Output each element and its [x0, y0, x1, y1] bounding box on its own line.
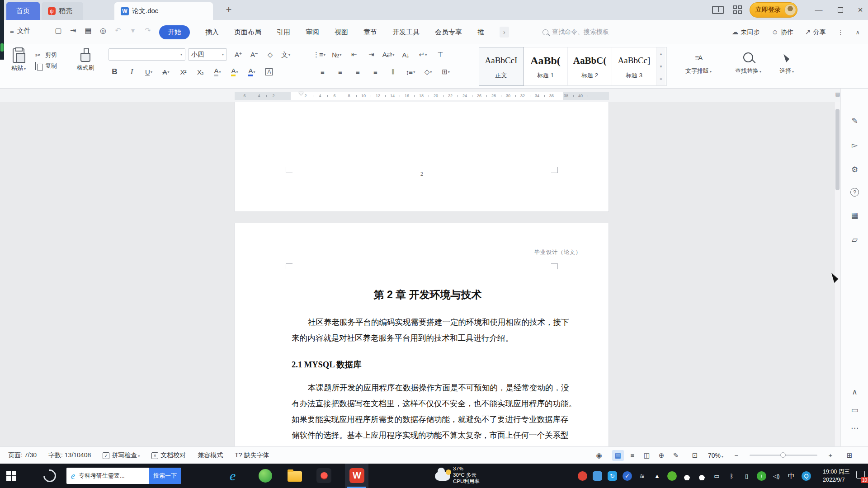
increase-indent-button[interactable]: ⇥: [365, 48, 377, 61]
preview-eye-icon[interactable]: ◉: [593, 450, 605, 461]
eye-protection-icon[interactable]: [0, 43, 4, 52]
proofread-button[interactable]: ×文档校对: [151, 451, 186, 460]
first-line-indent-marker[interactable]: [299, 92, 303, 95]
close-button[interactable]: ×: [854, 5, 867, 15]
export-icon[interactable]: ⇥: [67, 26, 79, 35]
compat-mode-label[interactable]: 兼容模式: [198, 451, 223, 460]
shield-blue-icon[interactable]: ✓: [623, 471, 632, 481]
paste-button[interactable]: 粘贴▾: [5, 47, 32, 72]
horizontal-ruler[interactable]: 642246810121416182022242628303234363840: [235, 92, 609, 100]
font-name-combo[interactable]: ▾: [108, 48, 185, 61]
new-tab-button[interactable]: +: [222, 4, 235, 15]
fit-page-icon[interactable]: ⊡: [689, 450, 701, 461]
copy-button[interactable]: 复制: [35, 61, 57, 71]
zoom-out-button[interactable]: −: [731, 450, 742, 461]
justify-button[interactable]: ≡: [369, 66, 381, 78]
menu-tab-review[interactable]: 审阅: [306, 28, 319, 37]
bluetooth-icon[interactable]: ᛒ: [727, 471, 736, 481]
more-options-icon[interactable]: ⋮: [837, 28, 844, 36]
qq-penguin2-icon[interactable]: [697, 471, 707, 481]
menu-tab-insert[interactable]: 插入: [205, 28, 219, 37]
menu-tab-page-layout[interactable]: 页面布局: [234, 28, 261, 37]
previous-page-icon[interactable]: ∧: [848, 386, 862, 398]
menu-tab-recommend[interactable]: 推: [477, 28, 484, 37]
zoom-in-button[interactable]: +: [825, 450, 836, 461]
taskbar-search-box[interactable]: e 专科考研生需要... 搜索一下: [66, 468, 181, 484]
volume-icon[interactable]: ◁): [772, 471, 781, 481]
save-icon[interactable]: ▢: [52, 26, 64, 35]
align-center-button[interactable]: ≡: [334, 66, 346, 78]
print-preview-icon[interactable]: ◎: [97, 26, 109, 35]
document-canvas[interactable]: 2 毕业设计（论文） 第 2 章 开发环境与技术 社区养老服务平台的编码实现需要…: [0, 102, 842, 446]
print-icon[interactable]: ▤: [82, 26, 94, 35]
wifi-icon[interactable]: ≋: [637, 471, 647, 481]
undo-icon[interactable]: ↶: [112, 26, 124, 35]
page-thumbnail-icon[interactable]: ▭: [848, 404, 862, 416]
menu-tab-dev-tools[interactable]: 开发工具: [392, 28, 420, 37]
file-explorer-icon[interactable]: [288, 471, 302, 482]
ime-indicator[interactable]: 中: [787, 471, 796, 481]
restore-button[interactable]: [834, 5, 847, 15]
page-view-icon[interactable]: ▤: [612, 450, 624, 461]
text-effects-button[interactable]: A▾: [212, 66, 223, 78]
char-scale-button[interactable]: A⇄▾: [382, 48, 395, 61]
360-tray-icon[interactable]: [578, 471, 587, 481]
subscript-button[interactable]: X₂: [194, 66, 206, 78]
tab-docer[interactable]: ψ 稻壳: [42, 2, 83, 20]
tag-tool-icon[interactable]: ▱: [848, 234, 862, 245]
cut-button[interactable]: ✂剪切: [35, 50, 57, 61]
document-page-2[interactable]: 毕业设计（论文） 第 2 章 开发环境与技术 社区养老服务平台的编码实现需要搭建…: [235, 223, 609, 446]
style-heading1[interactable]: AaBb( 标题 1: [524, 47, 568, 85]
read-view-icon[interactable]: ◫: [641, 450, 653, 461]
taskbar-clock[interactable]: 19:00 周三 2022/9/7: [823, 468, 850, 484]
pinyin-guide-icon[interactable]: 文▾: [280, 48, 292, 61]
clear-format-icon[interactable]: ◇: [264, 48, 276, 61]
more-tabs-chevron[interactable]: ›: [500, 27, 509, 38]
adjust-tool-icon[interactable]: ⚙: [848, 164, 862, 175]
sort-button[interactable]: A↓: [400, 48, 411, 61]
wps-taskbar-icon[interactable]: W: [349, 468, 364, 483]
numbered-list-button[interactable]: №▾: [331, 48, 343, 61]
decrease-indent-button[interactable]: ⇤: [348, 48, 360, 61]
strikethrough-button[interactable]: A▾: [160, 66, 172, 78]
minimize-button[interactable]: —: [812, 5, 826, 15]
menu-tab-view[interactable]: 视图: [335, 28, 348, 37]
outline-view-icon[interactable]: ≡: [627, 450, 638, 461]
highlight-button[interactable]: A▾: [229, 66, 241, 78]
bold-button[interactable]: B: [108, 66, 120, 78]
style-heading3[interactable]: AaBbCc] 标题 3: [612, 47, 656, 85]
collapse-ribbon-icon[interactable]: ∧: [855, 29, 860, 36]
char-border-button[interactable]: A: [263, 66, 275, 78]
zoom-slider[interactable]: [750, 455, 817, 456]
usb-tray-icon[interactable]: [593, 471, 602, 481]
zoom-value[interactable]: 70%▾: [708, 452, 723, 459]
game-app-icon[interactable]: [316, 468, 331, 483]
line-spacing-button[interactable]: ↕≡▾: [405, 66, 416, 78]
menu-tab-member[interactable]: 会员专享: [435, 28, 462, 37]
shading-button[interactable]: ◇▾: [422, 66, 434, 78]
login-button[interactable]: 立即登录: [750, 2, 797, 18]
increase-font-icon[interactable]: A⁺: [232, 48, 244, 61]
distribute-button[interactable]: ⫴: [387, 66, 399, 78]
command-search-box[interactable]: 查找命令、搜索模板: [542, 26, 646, 38]
italic-button[interactable]: I: [126, 66, 137, 78]
style-normal[interactable]: AaBbCcI 正文: [479, 47, 524, 85]
green-browser-icon[interactable]: [259, 469, 272, 483]
spell-check-toggle[interactable]: ✓拼写检查▾: [103, 451, 140, 460]
qq-penguin-icon[interactable]: [682, 471, 692, 481]
scrollbar-thumb[interactable]: [835, 109, 840, 190]
document-page-1[interactable]: 2: [235, 102, 609, 212]
typeset-button[interactable]: ≡A 文字排版▾: [680, 48, 717, 75]
show-ruler-icon[interactable]: ▤: [835, 91, 840, 97]
missing-font-button[interactable]: T? 缺失字体: [235, 451, 269, 460]
taskbar-search-button[interactable]: 搜索一下: [149, 468, 181, 484]
share-button[interactable]: ↗分享: [805, 28, 826, 37]
menu-tab-reference[interactable]: 引用: [277, 28, 290, 37]
q-tray-icon[interactable]: Q: [802, 471, 811, 481]
browser-swirl-icon[interactable]: [41, 467, 58, 484]
tab-document[interactable]: W 论文.doc: [114, 2, 213, 20]
display-tray-icon[interactable]: ▭: [712, 471, 722, 481]
zoom-slider-thumb[interactable]: [780, 452, 786, 458]
format-painter-button[interactable]: 格式刷: [72, 47, 99, 72]
help-icon[interactable]: ?: [850, 188, 859, 197]
